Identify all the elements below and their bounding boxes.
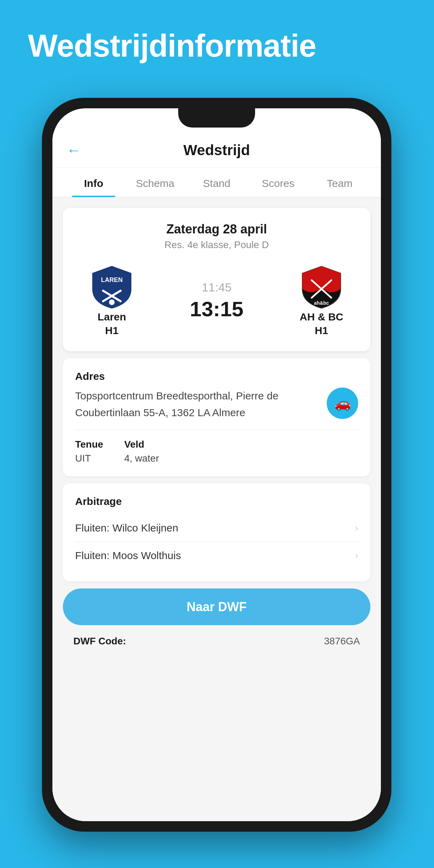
home-team-name: Laren H1 xyxy=(97,310,126,337)
divider-1 xyxy=(75,430,358,430)
phone-shell: ← Wedstrijd Info Schema Stand Scores Tea… xyxy=(42,98,391,832)
tenue-value: UIT xyxy=(75,453,103,464)
match-time: 11:45 xyxy=(202,281,231,294)
app-content: ← Wedstrijd Info Schema Stand Scores Tea… xyxy=(52,133,381,821)
arbiter-2[interactable]: Fluiten: Moos Wolthuis › xyxy=(75,542,358,569)
back-button[interactable]: ← xyxy=(66,142,81,159)
svg-text:ah&bc: ah&bc xyxy=(314,300,329,306)
dwf-code-value: 3876GA xyxy=(324,636,360,647)
chevron-icon-2: › xyxy=(355,550,358,561)
page-background-title: Wedstrijdinformatie xyxy=(28,28,316,64)
dwf-button[interactable]: Naar DWF xyxy=(63,588,370,625)
dwf-button-label: Naar DWF xyxy=(187,600,247,614)
tenue-col: Tenue UIT xyxy=(75,439,103,464)
arbitrage-label: Arbitrage xyxy=(75,496,358,507)
arbitrage-section: Arbitrage Fluiten: Wilco Kleijnen › Flui… xyxy=(63,483,370,581)
match-card: Zaterdag 28 april Res. 4e klasse, Poule … xyxy=(63,208,370,351)
tab-schema[interactable]: Schema xyxy=(124,168,186,197)
chevron-icon-1: › xyxy=(355,522,358,534)
tenue-label: Tenue xyxy=(75,439,103,450)
phone-notch xyxy=(178,108,255,128)
svg-point-3 xyxy=(109,299,115,305)
phone-screen: ← Wedstrijd Info Schema Stand Scores Tea… xyxy=(52,108,381,821)
match-teams: LAREN Laren H1 xyxy=(73,265,360,337)
tab-info[interactable]: Info xyxy=(63,168,124,197)
veld-col: Veld 4, water xyxy=(124,439,159,464)
dwf-code-row: DWF Code: 3876GA xyxy=(52,625,381,657)
score-block: 11:45 13:15 xyxy=(190,281,243,321)
match-league: Res. 4e klasse, Poule D xyxy=(73,239,360,251)
arbiter-2-text: Fluiten: Moos Wolthuis xyxy=(75,550,181,562)
veld-value: 4, water xyxy=(124,453,159,464)
tab-team[interactable]: Team xyxy=(309,168,370,197)
address-text: Topsportcentrum Breedtesporthal, Pierre … xyxy=(75,388,320,421)
svg-text:LAREN: LAREN xyxy=(101,276,123,283)
match-score: 13:15 xyxy=(190,297,243,321)
address-row: Topsportcentrum Breedtesporthal, Pierre … xyxy=(75,388,358,421)
veld-label: Veld xyxy=(124,439,159,450)
ahbc-logo: ah&bc xyxy=(301,265,342,310)
match-date: Zaterdag 28 april xyxy=(73,222,360,237)
laren-logo: LAREN xyxy=(91,265,133,310)
header-title: Wedstrijd xyxy=(183,142,250,159)
app-header: ← Wedstrijd xyxy=(52,133,381,168)
address-section: Adres Topsportcentrum Breedtesporthal, P… xyxy=(63,358,370,476)
arbiter-1-text: Fluiten: Wilco Kleijnen xyxy=(75,522,178,534)
navigate-button[interactable]: 🚗 xyxy=(327,388,358,419)
car-icon: 🚗 xyxy=(334,396,351,411)
away-team-name: AH & BC H1 xyxy=(300,310,343,337)
tab-bar: Info Schema Stand Scores Team xyxy=(52,168,381,197)
arbiter-1[interactable]: Fluiten: Wilco Kleijnen › xyxy=(75,514,358,542)
tab-scores[interactable]: Scores xyxy=(247,168,309,197)
tenue-veld-row: Tenue UIT Veld 4, water xyxy=(75,439,358,464)
tab-stand[interactable]: Stand xyxy=(186,168,247,197)
away-team: ah&bc AH & BC H1 xyxy=(283,265,360,337)
home-team: LAREN Laren H1 xyxy=(73,265,150,337)
address-label: Adres xyxy=(75,370,358,382)
dwf-code-label: DWF Code: xyxy=(73,636,126,647)
